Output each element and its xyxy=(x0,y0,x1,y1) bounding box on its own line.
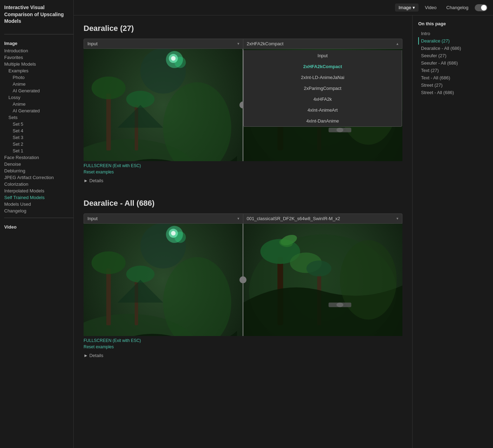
dropdown-option-2xhfa2kcompact[interactable]: 2xHFA2kCompact xyxy=(244,61,402,72)
reset-link-1[interactable]: Reset examples xyxy=(84,344,114,349)
sidebar-item-introduction[interactable]: Introduction xyxy=(4,47,73,54)
svg-point-45 xyxy=(340,240,397,320)
dropdowns-row-1: Input▾001_classicalSR_DF2K_s64w8_SwinIR-… xyxy=(84,213,402,224)
toc-item-dearalice---all-686-[interactable]: Dearalice - All (686) xyxy=(418,45,487,52)
widget-footer-0: FULLSCREEN (Exit with ESC)Reset examples xyxy=(84,161,402,177)
main-content: Dearalice (27)Input▾2xHFA2kCompact▴Input… xyxy=(74,15,412,448)
dropdowns-row-0: Input▾2xHFA2kCompact▴Input2xHFA2kCompact… xyxy=(84,39,402,49)
dropdown-option-4xint-dananime[interactable]: 4xInt-DanAnime xyxy=(244,116,402,126)
details-toggle-0[interactable]: ► Details xyxy=(84,177,402,185)
chevron-down-icon: ▾ xyxy=(413,5,415,10)
sidebar-item-changelog[interactable]: Changelog xyxy=(4,207,73,214)
toc-item-dearalice-27-[interactable]: Dearalice (27) xyxy=(418,37,487,45)
sidebar-item-denoise[interactable]: Denoise xyxy=(4,161,73,167)
svg-point-24 xyxy=(336,128,343,132)
svg-point-12 xyxy=(171,56,176,61)
sidebar-item-set-4[interactable]: Set 4 xyxy=(4,127,73,134)
fullscreen-link-0[interactable]: FULLSCREEN (Exit with ESC) xyxy=(84,163,402,168)
sidebar-section-image: Image xyxy=(4,41,73,46)
sidebar-item-set-3[interactable]: Set 3 xyxy=(4,134,73,141)
section-title-1: Dearalice - All (686) xyxy=(84,199,402,208)
sidebar-item-anime[interactable]: Anime xyxy=(4,101,73,107)
svg-point-29 xyxy=(92,251,126,274)
sidebar-item-jpeg-artifact-correction[interactable]: JPEG Artifact Correction xyxy=(4,174,73,181)
sidebar-item-anime[interactable]: Anime xyxy=(4,81,73,87)
toc-item-text-27-[interactable]: Text (27) xyxy=(418,67,487,74)
widget-footer-1: FULLSCREEN (Exit with ESC)Reset examples xyxy=(84,336,402,351)
chevron-up-icon: ▾ xyxy=(396,216,399,221)
toc-title: On this page xyxy=(418,21,487,26)
sidebar-item-sets[interactable]: Sets xyxy=(4,114,73,121)
sidebar-item-set-2[interactable]: Set 2 xyxy=(4,141,73,147)
nav-changelog-btn[interactable]: Changelog xyxy=(443,4,472,12)
section-dearalice-all-686: Dearalice - All (686)Input▾001_classical… xyxy=(84,199,402,360)
sidebar-item-deblurring[interactable]: Deblurring xyxy=(4,167,73,174)
dropdown-option-4xhfa2k[interactable]: 4xHFA2k xyxy=(244,94,402,105)
right-image-svg xyxy=(243,224,402,336)
sidebar-item-ai-generated[interactable]: AI Generated xyxy=(4,87,73,94)
sidebar-item-colorization[interactable]: Colorization xyxy=(4,181,73,187)
sidebar-item-lossy[interactable]: Lossy xyxy=(4,94,73,101)
image-comparison-1 xyxy=(84,224,402,336)
toc-item-street---all-686-[interactable]: Street - All (686) xyxy=(418,89,487,96)
fullscreen-link-1[interactable]: FULLSCREEN (Exit with ESC) xyxy=(84,338,402,343)
right-dropdown-1[interactable]: 001_classicalSR_DF2K_s64w8_SwinIR-M_x2▾ xyxy=(243,213,403,224)
svg-point-37 xyxy=(171,231,176,236)
topnav: Image ▾ Video Changelog xyxy=(74,0,493,15)
svg-point-4 xyxy=(92,77,126,99)
sidebar-item-multiple-models[interactable]: Multiple Models xyxy=(4,61,73,67)
toc-item-seeufer-27-[interactable]: Seeufer (27) xyxy=(418,52,487,59)
svg-rect-2 xyxy=(106,94,111,151)
image-left-1 xyxy=(84,224,243,336)
dropdown-option-2xparimgcompact[interactable]: 2xParimgCompact xyxy=(244,83,402,94)
sidebar: Interactive Visual Comparison of Upscali… xyxy=(0,0,74,448)
left-image-svg xyxy=(84,224,243,336)
section-dearalice-27: Dearalice (27)Input▾2xHFA2kCompact▴Input… xyxy=(84,24,402,185)
dropdown-option-4xint-animeart[interactable]: 4xInt-AnimeArt xyxy=(244,105,402,116)
sidebar-item-favorites[interactable]: Favorites xyxy=(4,54,73,61)
right-dropdown-0[interactable]: 2xHFA2kCompact▴Input2xHFA2kCompact2xInt-… xyxy=(243,39,403,49)
chevron-up-icon: ▴ xyxy=(396,41,399,46)
image-left-0 xyxy=(84,49,243,161)
svg-point-44 xyxy=(307,261,331,276)
sidebar-item-set-1[interactable]: Set 1 xyxy=(4,147,73,154)
sidebar-item-set-5[interactable]: Set 5 xyxy=(4,121,73,127)
dropdown-overlay-0: Input2xHFA2kCompact2xInt-LD-AnimeJaNai2x… xyxy=(243,50,402,127)
dropdown-option-2xint-ld-animejanai[interactable]: 2xInt-LD-AnimeJaNai xyxy=(244,72,402,83)
sidebar-item-ai-generated[interactable]: AI Generated xyxy=(4,107,73,114)
chevron-down-icon: ▾ xyxy=(237,41,239,46)
sidebar-item-interpolated-models[interactable]: Interpolated Models xyxy=(4,187,73,194)
app-title: Interactive Visual Comparison of Upscali… xyxy=(4,4,73,25)
toc-item-street-27-[interactable]: Street (27) xyxy=(418,81,487,89)
divider-handle-1[interactable] xyxy=(239,276,246,283)
dropdown-option-input[interactable]: Input xyxy=(244,50,402,61)
toc-item-seeufer---all-686-[interactable]: Seeufer - All (686) xyxy=(418,59,487,67)
toc-item-text---all-686-[interactable]: Text - All (686) xyxy=(418,74,487,81)
nav-video-btn[interactable]: Video xyxy=(421,4,440,12)
svg-rect-27 xyxy=(106,269,111,325)
sidebar-item-face-restoration[interactable]: Face Restoration xyxy=(4,154,73,161)
reset-link-0[interactable]: Reset examples xyxy=(84,170,114,174)
table-of-contents: On this page IntroDearalice (27)Dearalic… xyxy=(412,15,493,448)
sidebar-section-video: Video xyxy=(4,224,73,230)
left-image-svg xyxy=(84,49,243,161)
chevron-down-icon: ▾ xyxy=(237,216,239,221)
sidebar-item-examples[interactable]: Examples xyxy=(4,67,73,74)
svg-point-49 xyxy=(336,303,343,307)
details-toggle-1[interactable]: ► Details xyxy=(84,351,402,360)
left-dropdown-0[interactable]: Input▾ xyxy=(84,39,243,49)
toc-item-intro[interactable]: Intro xyxy=(418,30,487,37)
section-title-0: Dearalice (27) xyxy=(84,24,402,33)
image-right-1 xyxy=(243,224,402,336)
sidebar-item-models-used[interactable]: Models Used xyxy=(4,201,73,207)
sidebar-item-photo[interactable]: Photo xyxy=(4,74,73,81)
nav-image-btn[interactable]: Image ▾ xyxy=(395,4,419,12)
sidebar-item-self-trained-models[interactable]: Self Trained Models xyxy=(4,194,73,201)
left-dropdown-1[interactable]: Input▾ xyxy=(84,213,243,224)
theme-toggle-btn[interactable] xyxy=(475,4,487,11)
